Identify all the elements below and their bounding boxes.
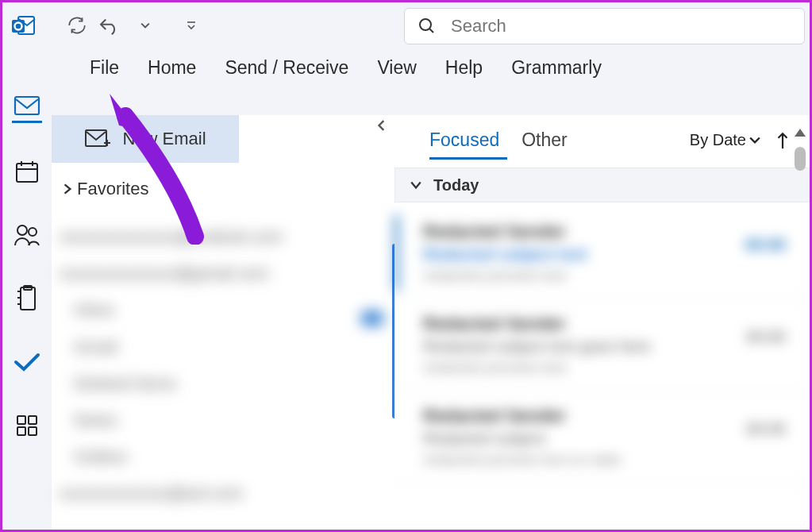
ribbon-tab-sendreceive[interactable]: Send / Receive [225, 57, 348, 79]
unread-indicator [394, 215, 398, 291]
blurred-folder[interactable]: Inbox [74, 291, 387, 328]
favorites-section[interactable]: Favorites [52, 179, 394, 199]
rail-calendar[interactable] [12, 156, 42, 187]
svg-point-4 [420, 19, 431, 30]
message-sender: Redacted Sender [423, 406, 786, 426]
favorites-label: Favorites [77, 179, 148, 199]
svg-rect-6 [15, 97, 39, 114]
message-sender: Redacted Sender [423, 314, 786, 334]
ribbon-tab-grammarly[interactable]: Grammarly [511, 57, 602, 79]
message-time: 00:00 [746, 420, 786, 438]
folder-pane: New Email Favorites xxxxxxxxxxxxxx@outlo… [52, 115, 394, 530]
blurred-folder[interactable]: Notes [74, 402, 387, 438]
collapse-folder-pane[interactable] [377, 120, 387, 131]
rail-notes[interactable] [12, 283, 42, 314]
message-preview: redacted preview text [423, 267, 786, 284]
message-sender: Redacted Sender [423, 222, 786, 242]
chevron-down-icon [410, 180, 422, 190]
message-row[interactable]: Redacted Sender Redacted subject text go… [394, 299, 810, 391]
svg-rect-24 [29, 416, 37, 424]
ribbon-tabs: File Home Send / Receive View Help Gramm… [2, 48, 810, 87]
message-time: 00:00 [745, 236, 786, 254]
undo-more-dropdown[interactable] [129, 10, 161, 41]
group-today-label: Today [433, 176, 479, 195]
folder-tree-blurred: xxxxxxxxxxxxxx@outlook.com xxxxxxxxxxxxx… [52, 218, 394, 512]
tab-other[interactable]: Other [521, 129, 568, 151]
blurred-account-1[interactable]: xxxxxxxxxxxxxx@outlook.com [60, 218, 387, 255]
search-input[interactable] [451, 16, 791, 37]
ribbon-tab-file[interactable]: File [90, 57, 119, 79]
svg-rect-26 [29, 427, 37, 435]
undo-button[interactable] [93, 10, 125, 41]
svg-rect-27 [86, 130, 106, 146]
chevron-right-icon [63, 183, 72, 195]
outlook-logo-icon [10, 12, 37, 39]
svg-point-17 [29, 228, 37, 236]
rail-todo[interactable] [12, 347, 42, 377]
navigation-rail [2, 87, 52, 530]
refresh-button[interactable] [61, 10, 93, 41]
message-preview: redacted preview text on date [423, 451, 786, 468]
message-subject: Redacted subject [423, 430, 786, 448]
message-preview: redacted preview text [423, 359, 786, 376]
sort-label: By Date [690, 131, 746, 149]
new-email-button[interactable]: New Email [52, 115, 239, 163]
unread-badge [361, 311, 383, 326]
ribbon-tab-view[interactable]: View [377, 57, 416, 79]
search-field[interactable] [404, 8, 805, 44]
rail-mail[interactable] [12, 93, 42, 123]
rail-people[interactable] [12, 220, 42, 250]
svg-rect-25 [17, 427, 25, 435]
blurred-folder[interactable]: Deleted Items [74, 365, 387, 402]
sort-by-date[interactable]: By Date [690, 131, 760, 149]
search-icon [418, 17, 437, 36]
focused-tab-underline [429, 157, 507, 160]
message-list-pane: Focused Other By Date Today Redacted Sen… [394, 115, 810, 530]
new-mail-icon [84, 129, 111, 149]
message-time: 00:00 [746, 328, 786, 346]
rail-more-apps[interactable] [12, 411, 42, 441]
quick-access-bar [2, 2, 810, 48]
svg-rect-18 [21, 287, 35, 310]
message-subject: Redacted subject text goes here [423, 337, 786, 356]
sort-direction-button[interactable] [776, 132, 789, 149]
inbox-tabs: Focused Other By Date [394, 115, 810, 151]
message-row[interactable]: Redacted Sender Redacted subject redacte… [394, 391, 810, 484]
svg-rect-23 [17, 416, 25, 424]
ribbon-tab-help[interactable]: Help [445, 57, 483, 79]
blurred-account-2[interactable]: xxxxxxxxxxxxxx@gmail.com [60, 255, 387, 291]
new-email-label: New Email [122, 129, 206, 149]
svg-line-5 [429, 29, 433, 33]
scroll-up-icon[interactable] [792, 125, 808, 141]
svg-point-16 [17, 226, 27, 235]
message-subject: Redacted subject text [423, 245, 786, 264]
customize-qat-dropdown[interactable] [175, 10, 207, 41]
message-rows: Redacted Sender Redacted subject text re… [394, 202, 810, 484]
group-today[interactable]: Today [394, 168, 810, 202]
scroll-thumb[interactable] [795, 147, 806, 171]
tab-focused[interactable]: Focused [429, 129, 499, 151]
message-list-scrollbar[interactable] [792, 125, 808, 530]
blurred-folder[interactable]: Gmail [74, 329, 387, 365]
blurred-folder[interactable]: Outbox [74, 438, 387, 475]
main-content: New Email Favorites xxxxxxxxxxxxxx@outlo… [2, 87, 810, 530]
blurred-account-3[interactable]: xxxxxxxxxxxxx@aol.com [60, 475, 387, 511]
svg-rect-7 [17, 164, 37, 182]
message-row[interactable]: Redacted Sender Redacted subject text re… [394, 207, 810, 299]
ribbon-tab-home[interactable]: Home [148, 57, 196, 79]
